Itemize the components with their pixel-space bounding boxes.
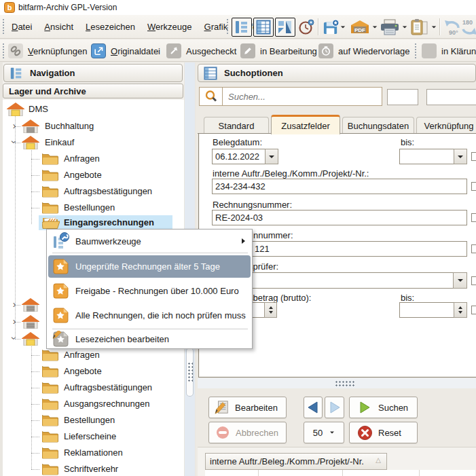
- expander-collapsed-icon[interactable]: ›: [10, 316, 18, 327]
- tree-item-bestellungen[interactable]: Bestellungen: [3, 200, 183, 215]
- suchen-button[interactable]: Suchen: [349, 397, 418, 418]
- page-size-select[interactable]: 50: [304, 422, 344, 443]
- history-button[interactable]: [297, 18, 315, 37]
- belegdatum-bis-input[interactable]: [399, 149, 454, 164]
- tree-item-angebote-2[interactable]: Angebote: [3, 364, 183, 379]
- belegdatum-checkbox[interactable]: [471, 152, 476, 161]
- rotate-right-180-button[interactable]: 180: [461, 18, 476, 37]
- tree-item-schriftverkehr[interactable]: Schriftverkehr: [3, 462, 183, 476]
- expander-expanded-icon[interactable]: ›: [9, 334, 20, 342]
- print-button[interactable]: [378, 18, 401, 37]
- search-aux-field-1[interactable]: [387, 89, 418, 105]
- tree-item-einkauf[interactable]: › Einkauf: [3, 135, 183, 150]
- interne-nr-input[interactable]: [212, 179, 467, 194]
- search-submit[interactable]: [200, 88, 223, 105]
- pruefer-dropdown[interactable]: [453, 272, 467, 289]
- clipboard-dropdown[interactable]: [431, 18, 437, 37]
- auf-wiedervorlage-button[interactable]: auf Wiedervorlage: [318, 43, 410, 59]
- menu-item-freigabe-rechnungen[interactable]: Freigabe - Rechnungen über 10.000 Euro: [48, 280, 251, 302]
- menu-item-lesezeichen-bearbeiten[interactable]: Lesezeichen bearbeiten: [48, 330, 251, 348]
- expander-expanded-icon[interactable]: ›: [9, 138, 20, 146]
- tree-item-reklamationen[interactable]: Reklamationen: [3, 445, 183, 460]
- tree-item-anfragen-2[interactable]: Anfragen: [3, 348, 183, 363]
- pruefer-checkbox[interactable]: [471, 276, 476, 285]
- tree-view-button[interactable]: [232, 18, 252, 37]
- tab-zusatzfelder[interactable]: Zusatzfelder: [271, 115, 340, 134]
- print-dropdown[interactable]: [401, 18, 408, 37]
- search-input[interactable]: [224, 88, 380, 105]
- clipboard-button[interactable]: [409, 18, 431, 37]
- rechnungsnummer-input[interactable]: [212, 210, 467, 225]
- menu-item-alle-rechnungen[interactable]: Alle Rechnungen, die ich noch prüfen mus…: [48, 304, 251, 327]
- search-aux-field-2[interactable]: [426, 89, 476, 105]
- in-klaerung-button[interactable]: in Klärung: [422, 43, 476, 59]
- belegdatum-input[interactable]: [212, 149, 266, 164]
- menu-lesezeichen[interactable]: Lesezeichen: [79, 18, 141, 37]
- expander-collapsed-icon[interactable]: ›: [10, 120, 18, 131]
- split-view-button[interactable]: [275, 18, 295, 37]
- tree-item-angebote[interactable]: Angebote: [3, 168, 183, 183]
- tree-item-auftragsbestaetigungen-2[interactable]: Auftragsbestätigungen: [3, 380, 183, 395]
- tree-item-bestellungen-2[interactable]: Bestellungen: [3, 413, 183, 428]
- abbrechen-button[interactable]: Abbrechen: [208, 422, 287, 443]
- menu-item-ungepruefte-rechnungen[interactable]: Ungeprüfte Rechnungen älter 5 Tage: [48, 255, 251, 278]
- in-klaerung-label: in Klärung: [441, 46, 476, 56]
- tree-item-lieferscheine[interactable]: Lieferscheine: [3, 429, 183, 444]
- clock-icon: [318, 43, 333, 58]
- originaldatei-button[interactable]: Originaldatei: [91, 43, 160, 59]
- pdf-dropdown[interactable]: [371, 18, 378, 37]
- betrag-bis-input[interactable]: [399, 302, 454, 318]
- tree-item-auftragsbestaetigungen[interactable]: Auftragsbestätigungen: [3, 184, 183, 199]
- reset-button[interactable]: Reset: [349, 422, 418, 443]
- menu-ansicht[interactable]: Ansicht: [38, 18, 79, 37]
- rotate-right-icon: 180: [461, 18, 476, 36]
- tree-item-ausgangsrechnungen[interactable]: Ausgangsrechnungen: [3, 397, 183, 411]
- navigation-header[interactable]: Navigation: [3, 64, 183, 82]
- betrag-checkbox[interactable]: [471, 306, 476, 314]
- menu-item-baumwerkzeuge[interactable]: Baumwerkzeuge: [48, 232, 251, 251]
- split-view-icon: [278, 20, 293, 35]
- tree-item-dms[interactable]: DMS: [3, 102, 183, 117]
- belegdatum-bis-dropdown[interactable]: [454, 149, 467, 164]
- previous-result-button[interactable]: [304, 397, 323, 418]
- tab-standard[interactable]: Standard: [204, 117, 269, 134]
- section-lager-und-archive[interactable]: Lager und Archive: [3, 84, 183, 98]
- menu-datei[interactable]: Datei: [5, 18, 38, 37]
- verknuepfungen-button[interactable]: Verknüpfungen: [8, 43, 87, 59]
- suchoptionen-title: Suchoptionen: [224, 68, 283, 78]
- rotate-left-90-button[interactable]: 90°: [442, 18, 461, 37]
- save-dropdown[interactable]: [340, 18, 346, 37]
- menu-werkzeuge[interactable]: Werkzeuge: [141, 18, 198, 37]
- betrag-spinner[interactable]: [264, 302, 277, 318]
- in-bearbeitung-label: in Bearbeitung: [260, 46, 317, 56]
- tree-item-anfragen[interactable]: Anfragen: [3, 151, 183, 166]
- in-bearbeitung-button[interactable]: in Bearbeitung: [240, 43, 317, 59]
- tab-buchungsdaten[interactable]: Buchungsdaten: [342, 117, 414, 134]
- toolbar-gripper[interactable]: [2, 43, 5, 59]
- bearbeiten-button[interactable]: Bearbeiten: [208, 397, 287, 418]
- ausgecheckt-button[interactable]: Ausgecheckt: [166, 43, 236, 59]
- tab-verknuepfung[interactable]: Verknüpfung: [416, 117, 476, 134]
- results-column-header[interactable]: interne Auftr./Beleg./Komm./Projekt/-Nr.…: [205, 453, 387, 470]
- save-button[interactable]: [321, 18, 340, 37]
- suchoptionen-header[interactable]: Suchoptionen: [198, 64, 476, 82]
- toolbar-gripper[interactable]: [226, 18, 230, 35]
- toolbar-gripper[interactable]: [414, 43, 418, 59]
- arrow-left-icon: [307, 401, 319, 414]
- folder-icon: [42, 185, 58, 198]
- nav-scrollbar-thumb[interactable]: [186, 348, 194, 397]
- rechnungsnummer-label: Rechnungsnummer:: [213, 200, 292, 210]
- tree-item-eingangsrechnungen[interactable]: Eingangsrechnungen: [3, 215, 183, 230]
- nummer-checkbox[interactable]: [471, 244, 476, 253]
- expander-collapsed-icon[interactable]: ›: [10, 299, 18, 310]
- horizontal-splitter[interactable]: [198, 378, 476, 388]
- tree-item-buchhaltung[interactable]: › Buchhaltung: [3, 119, 183, 134]
- search-box[interactable]: [199, 87, 382, 106]
- interne-nr-checkbox[interactable]: [471, 182, 476, 191]
- rechnungsnummer-checkbox[interactable]: [471, 213, 476, 222]
- pdf-export-button[interactable]: PDF: [348, 18, 371, 37]
- table-view-button[interactable]: [253, 18, 274, 37]
- belegdatum-dropdown[interactable]: [265, 149, 278, 164]
- betrag-bis-spinner[interactable]: [454, 302, 467, 318]
- next-result-button[interactable]: [325, 397, 344, 418]
